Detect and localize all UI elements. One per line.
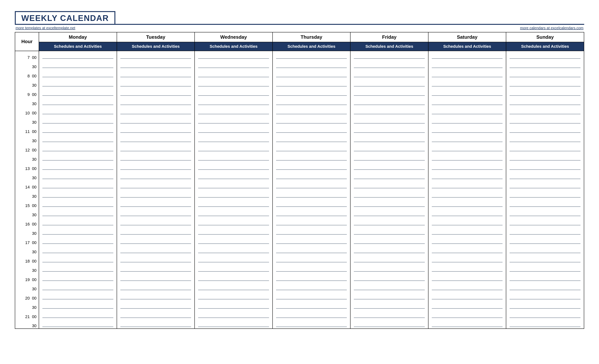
schedule-cell[interactable] <box>506 88 584 97</box>
schedule-cell[interactable] <box>39 245 117 255</box>
schedule-cell[interactable] <box>117 236 195 245</box>
schedule-cell[interactable] <box>506 153 584 162</box>
schedule-cell[interactable] <box>350 208 428 218</box>
schedule-cell[interactable] <box>117 134 195 143</box>
schedule-cell[interactable] <box>350 255 428 264</box>
schedule-cell[interactable] <box>117 190 195 199</box>
schedule-cell[interactable] <box>506 273 584 282</box>
schedule-cell[interactable] <box>428 245 506 255</box>
schedule-cell[interactable] <box>506 70 584 79</box>
schedule-cell[interactable] <box>273 162 351 171</box>
schedule-cell[interactable] <box>273 97 351 107</box>
schedule-cell[interactable] <box>350 107 428 116</box>
schedule-cell[interactable] <box>428 301 506 310</box>
schedule-cell[interactable] <box>506 310 584 319</box>
schedule-cell[interactable] <box>39 60 117 70</box>
schedule-cell[interactable] <box>39 116 117 125</box>
schedule-cell[interactable] <box>273 264 351 273</box>
schedule-cell[interactable] <box>39 134 117 143</box>
schedule-cell[interactable] <box>195 143 273 153</box>
schedule-cell[interactable] <box>428 97 506 107</box>
schedule-cell[interactable] <box>350 116 428 125</box>
schedule-cell[interactable] <box>428 162 506 171</box>
schedule-cell[interactable] <box>39 171 117 180</box>
schedule-cell[interactable] <box>350 245 428 255</box>
schedule-cell[interactable] <box>428 310 506 319</box>
schedule-cell[interactable] <box>39 153 117 162</box>
schedule-cell[interactable] <box>428 51 506 60</box>
schedule-cell[interactable] <box>39 319 117 329</box>
schedule-cell[interactable] <box>350 190 428 199</box>
schedule-cell[interactable] <box>428 143 506 153</box>
schedule-cell[interactable] <box>195 70 273 79</box>
schedule-cell[interactable] <box>350 171 428 180</box>
schedule-cell[interactable] <box>195 180 273 190</box>
schedule-cell[interactable] <box>273 88 351 97</box>
schedule-cell[interactable] <box>39 180 117 190</box>
schedule-cell[interactable] <box>273 153 351 162</box>
schedule-cell[interactable] <box>350 273 428 282</box>
schedule-cell[interactable] <box>273 245 351 255</box>
schedule-cell[interactable] <box>506 116 584 125</box>
schedule-cell[interactable] <box>506 301 584 310</box>
schedule-cell[interactable] <box>273 227 351 236</box>
schedule-cell[interactable] <box>506 282 584 292</box>
schedule-cell[interactable] <box>350 79 428 88</box>
schedule-cell[interactable] <box>195 199 273 208</box>
schedule-cell[interactable] <box>350 292 428 301</box>
schedule-cell[interactable] <box>117 292 195 301</box>
schedule-cell[interactable] <box>428 88 506 97</box>
schedule-cell[interactable] <box>428 190 506 199</box>
schedule-cell[interactable] <box>39 199 117 208</box>
schedule-cell[interactable] <box>350 134 428 143</box>
schedule-cell[interactable] <box>195 292 273 301</box>
schedule-cell[interactable] <box>506 125 584 134</box>
schedule-cell[interactable] <box>195 190 273 199</box>
schedule-cell[interactable] <box>195 227 273 236</box>
schedule-cell[interactable] <box>506 255 584 264</box>
schedule-cell[interactable] <box>273 70 351 79</box>
schedule-cell[interactable] <box>506 79 584 88</box>
schedule-cell[interactable] <box>39 51 117 60</box>
schedule-cell[interactable] <box>117 301 195 310</box>
schedule-cell[interactable] <box>428 199 506 208</box>
schedule-cell[interactable] <box>195 51 273 60</box>
schedule-cell[interactable] <box>506 236 584 245</box>
schedule-cell[interactable] <box>428 227 506 236</box>
schedule-cell[interactable] <box>39 236 117 245</box>
schedule-cell[interactable] <box>350 51 428 60</box>
schedule-cell[interactable] <box>506 245 584 255</box>
schedule-cell[interactable] <box>428 255 506 264</box>
schedule-cell[interactable] <box>117 245 195 255</box>
schedule-cell[interactable] <box>350 264 428 273</box>
schedule-cell[interactable] <box>195 107 273 116</box>
schedule-cell[interactable] <box>350 70 428 79</box>
schedule-cell[interactable] <box>428 171 506 180</box>
schedule-cell[interactable] <box>39 107 117 116</box>
schedule-cell[interactable] <box>506 60 584 70</box>
schedule-cell[interactable] <box>195 255 273 264</box>
schedule-cell[interactable] <box>506 218 584 227</box>
schedule-cell[interactable] <box>39 97 117 107</box>
schedule-cell[interactable] <box>428 180 506 190</box>
schedule-cell[interactable] <box>273 125 351 134</box>
templates-link[interactable]: more templates at exceltemplate.net <box>16 26 75 30</box>
schedule-cell[interactable] <box>117 273 195 282</box>
schedule-cell[interactable] <box>273 190 351 199</box>
schedule-cell[interactable] <box>39 79 117 88</box>
schedule-cell[interactable] <box>117 162 195 171</box>
schedule-cell[interactable] <box>117 107 195 116</box>
schedule-cell[interactable] <box>428 218 506 227</box>
schedule-cell[interactable] <box>195 134 273 143</box>
schedule-cell[interactable] <box>273 301 351 310</box>
schedule-cell[interactable] <box>195 116 273 125</box>
schedule-cell[interactable] <box>39 190 117 199</box>
schedule-cell[interactable] <box>195 60 273 70</box>
schedule-cell[interactable] <box>273 171 351 180</box>
schedule-cell[interactable] <box>506 292 584 301</box>
schedule-cell[interactable] <box>273 51 351 60</box>
schedule-cell[interactable] <box>350 88 428 97</box>
schedule-cell[interactable] <box>428 264 506 273</box>
schedule-cell[interactable] <box>117 255 195 264</box>
schedule-cell[interactable] <box>117 171 195 180</box>
